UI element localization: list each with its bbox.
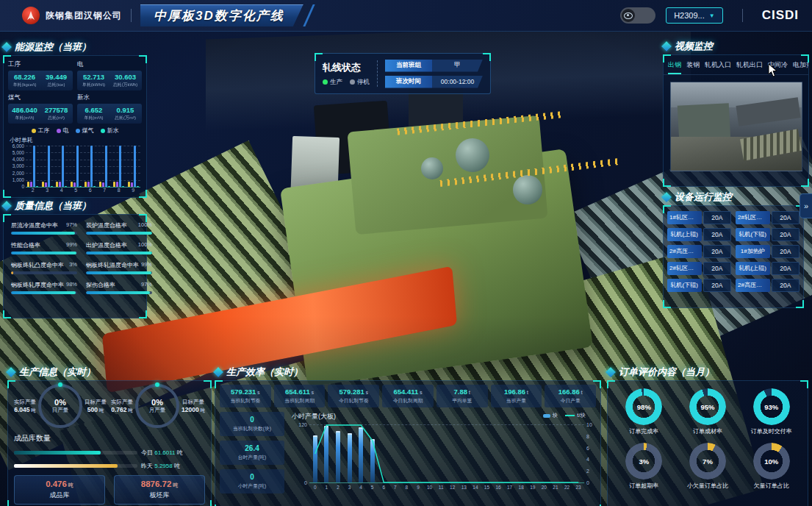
energy-bar-煤气 xyxy=(134,146,136,187)
efficiency-stat-unit: s xyxy=(310,390,314,395)
order-donut-value: 93% xyxy=(753,388,790,425)
energy-bar-煤气 xyxy=(90,146,93,187)
inventory-bar-fill xyxy=(14,451,101,455)
gauge-actual: 实际产量0.762 吨 xyxy=(111,399,133,414)
quality-item-label: 钢板终轧温度命中率 xyxy=(86,261,139,269)
energy-bar-电 xyxy=(45,182,47,187)
steel-id-dropdown[interactable]: H2309... ▼ xyxy=(666,7,723,24)
production-gauge-group: 实际产量0.762 吨0%月产量目标产量12000 吨 xyxy=(111,384,205,428)
energy-group-box: 68.226单耗(kgce/t)39.449总耗(tce) xyxy=(8,71,73,90)
efficiency-stat-value: 654.611 s xyxy=(275,388,325,396)
order-donut-label: 订单成材率 xyxy=(678,427,739,435)
quality-item: 出炉温度合格率100% xyxy=(86,241,152,254)
equipment-label-button[interactable]: 轧机(上辊) xyxy=(667,228,702,241)
video-monitor-panel: 视频监控 出钢装钢轧机入口轧机出口中间冷电加热 xyxy=(663,40,809,187)
line-status-title: 轧线状态 xyxy=(323,61,370,74)
energy-bar-新水 xyxy=(108,186,110,187)
equipment-label-button[interactable]: 1#轧区辅… xyxy=(667,211,702,224)
gauge-actual-label: 实际产量 xyxy=(111,399,133,406)
energy-monitor-panel: 能源监控（当班） 工序68.226单耗(kgce/t)39.449总耗(tce)… xyxy=(3,41,147,198)
quality-item-top: 钢板终轧凸度命中率3% xyxy=(11,261,77,269)
header-divider xyxy=(131,9,132,22)
hour-xlabel: 0 xyxy=(309,485,321,490)
order-donut-value: 3% xyxy=(625,443,662,480)
equipment-label-button[interactable]: 1#加热炉 xyxy=(736,245,770,258)
order-donut-value: 7% xyxy=(689,443,726,480)
quality-item-top: 出炉温度合格率100% xyxy=(86,241,152,249)
efficiency-stat: 196.86 t当班产量 xyxy=(491,385,542,407)
production-gauge-group: 实际产量6.045 吨0%日产量目标产量500 吨 xyxy=(14,384,107,428)
equipment-label-button[interactable]: 2#高压除… xyxy=(667,245,702,258)
order-donut-ring-outer: 10% xyxy=(753,443,790,480)
energy-ytick: 2,000 xyxy=(12,171,24,176)
video-tab-出钢[interactable]: 出钢 xyxy=(668,60,681,74)
energy-group-name: 电 xyxy=(77,60,142,69)
efficiency-stat-label: 当班轧制节奏 xyxy=(220,397,270,405)
legend-line-icon xyxy=(565,415,575,416)
visibility-toggle[interactable] xyxy=(620,7,655,24)
gauge-unit: 吨 xyxy=(127,407,133,413)
right-tick: 6 xyxy=(586,446,589,451)
hourly-legend-label: t/块 xyxy=(577,412,586,419)
quality-progress-track xyxy=(11,252,77,254)
quality-progress-track xyxy=(86,291,152,294)
energy-bar-电 xyxy=(73,182,76,187)
right-tick: 4 xyxy=(586,457,589,462)
gauge-percent: 0% xyxy=(54,398,66,407)
efficiency-stat-value: 196.86 t xyxy=(492,388,542,396)
video-tab-中间冷[interactable]: 中间冷 xyxy=(768,60,788,74)
hour-xlabel: 4 xyxy=(355,485,367,490)
quality-item-value: 99% xyxy=(66,241,77,249)
energy-bar-group xyxy=(126,146,141,187)
diamond-icon xyxy=(661,41,672,51)
order-donut-label: 订单完成率 xyxy=(614,427,675,435)
energy-bar-group xyxy=(26,146,40,187)
equipment-label-button[interactable]: 2#高压除… xyxy=(736,279,770,292)
gauge-target-label: 目标产量 xyxy=(85,399,107,406)
quality-progress-fill xyxy=(11,291,76,294)
inventory-bar-text: 今日 61.6011 吨 xyxy=(141,449,183,457)
legend-dot-icon xyxy=(101,129,105,133)
hourly-output-chart: 小时产量(大板) 块t/块 1200 1086420 0123456789101… xyxy=(292,412,596,493)
quality-progress-fill xyxy=(11,252,76,254)
panel-collapse-handle[interactable]: » xyxy=(800,193,812,218)
video-tab-轧机入口[interactable]: 轧机入口 xyxy=(705,60,731,74)
equipment-value: 20A xyxy=(772,245,800,258)
equipment-label-button[interactable]: 轧机(上辊) xyxy=(736,262,770,275)
energy-group-box: 486.040单耗(m³/t)277578总耗(m³) xyxy=(8,104,73,124)
video-tab-装钢[interactable]: 装钢 xyxy=(686,60,700,74)
hour-xlabel: 19 xyxy=(527,485,539,490)
order-donut-ring-outer: 7% xyxy=(689,443,726,480)
hourly-legend-item: t/块 xyxy=(565,412,586,419)
energy-bar-工序 xyxy=(85,182,87,187)
video-tab-轧机出口[interactable]: 轧机出口 xyxy=(736,60,763,74)
equipment-label-button[interactable]: 2#轧区辅… xyxy=(736,211,770,224)
inventory-bar-fill xyxy=(14,464,118,468)
inventory-title: 成品库数量 xyxy=(14,433,205,443)
quality-progress-fill xyxy=(11,271,13,274)
quality-item: 钢板终轧厚度命中率98% xyxy=(11,281,77,294)
energy-bar-新水 xyxy=(93,186,96,187)
equipment-label-button[interactable]: 轧机(下辊) xyxy=(736,228,770,241)
efficiency-stat: 166.86 t今日产量 xyxy=(545,385,596,407)
energy-value: 0.915 xyxy=(109,106,141,114)
energy-xlabel: 7 xyxy=(98,188,112,193)
equipment-row: 2#轧区辅…20A轧机(上辊)20A xyxy=(667,262,800,275)
energy-group: 新水6.652单耗(m³/t)0.915总耗(万m³) xyxy=(77,93,142,124)
hour-xlabel: 23 xyxy=(572,485,584,490)
inventory-bar-value: 5.2958 xyxy=(154,463,172,469)
efficiency-stat-value: 7.88 t xyxy=(437,388,487,396)
gauge-ring: 0%月产量 xyxy=(135,384,179,428)
efficiency-side-value: 0 xyxy=(221,473,283,481)
line-status-legend: 生产停机 xyxy=(323,78,370,87)
equipment-pair: 轧机(上辊)20A xyxy=(667,228,731,241)
equipment-label-button[interactable]: 轧机(下辊) xyxy=(667,279,702,292)
equipment-value: 20A xyxy=(703,245,731,258)
energy-groups: 工序68.226单耗(kgce/t)39.449总耗(tce)电52.713单耗… xyxy=(4,56,146,125)
energy-bar-新水 xyxy=(122,186,124,187)
video-panel-title: 视频监控 xyxy=(675,40,713,53)
equipment-label-button[interactable]: 2#轧区辅… xyxy=(667,262,702,275)
video-tab-电加热[interactable]: 电加热 xyxy=(793,60,808,74)
inventory-bar-row: 昨天 5.2958 吨 xyxy=(14,462,205,470)
energy-value-label: 总耗(万m³) xyxy=(112,115,139,121)
